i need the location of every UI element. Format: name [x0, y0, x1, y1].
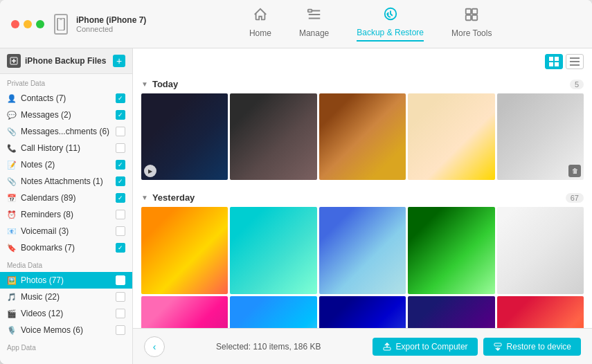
sidebar-item-notes[interactable]: 📝 Notes (2) [0, 156, 132, 173]
svg-rect-1 [60, 19, 62, 19]
sidebar-item-reminders[interactable]: ⏰ Reminders (8) [0, 206, 132, 223]
sidebar-item-calendars[interactable]: 📅 Calendars (89) [0, 190, 132, 206]
notes-attach-icon: 📎 [7, 176, 17, 186]
attachments-label: Messages...chments (6) [21, 127, 111, 136]
tab-backup[interactable]: Backup & Restore [357, 6, 424, 42]
calendars-check[interactable] [116, 193, 125, 203]
tools-icon [464, 7, 479, 26]
sidebar-item-contacts[interactable]: 👤 Contacts (7) [0, 90, 132, 107]
messages-check[interactable] [116, 110, 125, 120]
music-check[interactable] [116, 292, 125, 302]
sidebar-header-left: iPhone Backup Files [7, 54, 106, 68]
photo-thumb[interactable] [319, 93, 406, 180]
svg-rect-17 [494, 343, 501, 346]
videos-label: Videos (12) [21, 309, 111, 318]
yesterday-header: ▼ Yesterday 67 [141, 188, 584, 207]
today-section: ▼ Today 5 ▶ 🗑 [141, 75, 584, 180]
svg-rect-16 [384, 347, 391, 350]
notes-icon: 📝 [7, 160, 17, 170]
sidebar-scroll: Private Data 👤 Contacts (7) 💬 Messages (… [0, 74, 132, 364]
notes-label: Notes (2) [21, 160, 111, 170]
photo-thumb[interactable] [408, 93, 494, 180]
photo-thumb[interactable] [408, 207, 494, 293]
delete-button[interactable]: 🗑 [568, 165, 581, 177]
tab-tools[interactable]: More Tools [451, 7, 492, 41]
photo-thumb[interactable] [141, 207, 228, 293]
photo-thumb[interactable]: ▶ [141, 93, 228, 180]
notes-attach-check[interactable] [116, 176, 125, 186]
sidebar-item-voicemail[interactable]: 📧 Voicemail (3) [0, 223, 132, 239]
photo-thumb[interactable] [497, 207, 584, 293]
svg-rect-5 [472, 9, 477, 14]
manage-icon [307, 7, 322, 26]
sidebar-item-bookmarks[interactable]: 🔖 Bookmarks (7) [0, 239, 132, 256]
sidebar-item-voicememos[interactable]: 🎙️ Voice Memos (6) [0, 322, 132, 338]
videos-check[interactable] [116, 309, 125, 318]
sidebar-item-notes-attach[interactable]: 📎 Notes Attachments (1) [0, 173, 132, 190]
voicememos-check[interactable] [116, 325, 125, 335]
sidebar-item-attachments[interactable]: 📎 Messages...chments (6) [0, 123, 132, 140]
photos-label: Photos (77) [21, 275, 111, 285]
minimize-button[interactable] [24, 20, 32, 28]
yesterday-header-left: ▼ Yesterday [141, 192, 195, 203]
photo-thumb[interactable] [319, 207, 406, 293]
play-button[interactable]: ▶ [144, 165, 156, 177]
photos-check[interactable] [116, 275, 125, 285]
app-window: iPhone (iPhone 7) Connected Home Manage [0, 0, 592, 364]
notes-check[interactable] [116, 160, 125, 170]
back-button[interactable]: ‹ [144, 336, 165, 357]
content-toolbar [133, 48, 592, 75]
photo-thumb[interactable]: 🗑 [497, 93, 584, 180]
device-info: iPhone (iPhone 7) Connected [76, 15, 146, 33]
svg-rect-0 [57, 18, 64, 30]
grid-view-button[interactable] [545, 54, 563, 69]
yesterday-chevron[interactable]: ▼ [141, 194, 148, 201]
today-header: ▼ Today 5 [141, 75, 584, 93]
attachments-check[interactable] [116, 127, 125, 136]
bookmarks-check[interactable] [116, 243, 125, 253]
app-data-label: App Data [0, 338, 132, 354]
photos-icon: 🖼️ [7, 275, 17, 285]
sidebar-item-messages[interactable]: 💬 Messages (2) [0, 107, 132, 123]
export-button[interactable]: Export to Computer [373, 338, 478, 356]
export-label: Export to Computer [396, 342, 468, 352]
tab-manage[interactable]: Manage [299, 7, 329, 41]
reminders-icon: ⏰ [7, 210, 17, 219]
media-data-label: Media Data [0, 256, 132, 272]
notes-attach-label: Notes Attachments (1) [21, 176, 111, 186]
sidebar-add-button[interactable]: + [113, 55, 125, 67]
maximize-button[interactable] [36, 20, 44, 28]
photo-thumb[interactable] [230, 207, 316, 293]
today-chevron[interactable]: ▼ [141, 80, 148, 88]
voicememos-icon: 🎙️ [7, 325, 17, 335]
today-header-left: ▼ Today [141, 79, 178, 89]
contacts-icon: 👤 [7, 93, 17, 103]
home-icon [253, 7, 268, 26]
sidebar-item-videos[interactable]: 🎬 Videos (12) [0, 305, 132, 322]
traffic-lights [11, 20, 44, 28]
svg-rect-15 [570, 64, 580, 66]
sidebar-item-photos[interactable]: 🖼️ Photos (77) [0, 272, 132, 289]
restore-button[interactable]: Restore to device [483, 338, 581, 356]
voicemail-check[interactable] [116, 226, 125, 236]
svg-rect-2 [307, 10, 312, 12]
photo-thumb[interactable] [230, 93, 316, 180]
sidebar-item-music[interactable]: 🎵 Music (22) [0, 289, 132, 305]
callhistory-label: Call History (11) [21, 143, 111, 153]
svg-rect-4 [466, 9, 471, 14]
backup-icon [383, 6, 398, 25]
sidebar-header: iPhone Backup Files + [0, 48, 132, 74]
svg-rect-10 [555, 57, 559, 61]
list-view-button[interactable] [566, 54, 584, 69]
callhistory-check[interactable] [116, 143, 125, 153]
sidebar-title: iPhone Backup Files [25, 56, 106, 66]
close-button[interactable] [11, 20, 19, 28]
tab-home[interactable]: Home [249, 7, 271, 41]
contacts-check[interactable] [116, 93, 125, 103]
private-data-label: Private Data [0, 74, 132, 90]
backup-files-icon [7, 54, 21, 68]
sidebar-item-callhistory[interactable]: 📞 Call History (11) [0, 140, 132, 156]
messages-label: Messages (2) [21, 110, 111, 120]
sidebar: iPhone Backup Files + Private Data 👤 Con… [0, 48, 133, 364]
reminders-check[interactable] [116, 210, 125, 219]
